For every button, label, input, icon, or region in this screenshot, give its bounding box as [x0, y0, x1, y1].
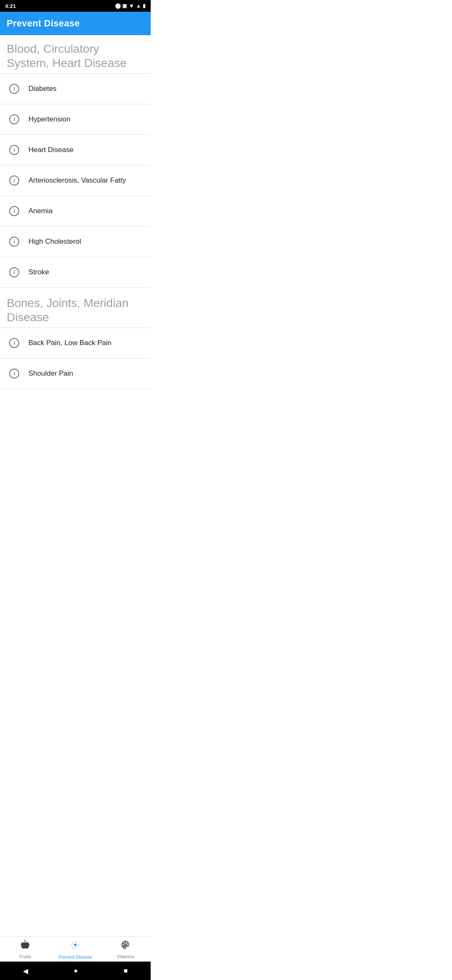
list-back-pain[interactable]: i Back Pain, Low Back Pain — [0, 328, 151, 358]
info-icon-arteriosclerosis: i — [7, 173, 22, 188]
info-icon-heart-disease: i — [7, 142, 22, 157]
app-title: Prevent Disease — [7, 18, 80, 29]
app-bar: Prevent Disease — [0, 12, 151, 35]
info-icon-diabetes: i — [7, 81, 22, 96]
info-icon-hypertension: i — [7, 112, 22, 127]
list-item-label-anemia: Anemia — [28, 207, 53, 215]
list-shoulder-pain[interactable]: i Shoulder Pain — [0, 358, 151, 389]
list-item-label-stroke: Stroke — [28, 268, 49, 276]
notification-icon: ⬤ — [115, 3, 121, 9]
list-item-label-hypertension: Hypertension — [28, 115, 70, 124]
list-anemia[interactable]: i Anemia — [0, 196, 151, 227]
list-hypertension[interactable]: i Hypertension — [0, 104, 151, 135]
list-item-label-shoulder-pain: Shoulder Pain — [28, 369, 73, 378]
status-icons: ⬤ ▣ ▼ ▲ ▮ — [115, 3, 146, 9]
status-bar: 4:21 ⬤ ▣ ▼ ▲ ▮ — [0, 0, 151, 12]
list-item-label-arteriosclerosis: Arteriosclerosis, Vascular Fatty — [28, 176, 126, 185]
info-icon-shoulder-pain: i — [7, 366, 22, 381]
list-item-label-heart-disease: Heart Disease — [28, 146, 74, 154]
info-icon-stroke: i — [7, 265, 22, 280]
section-header-bones: Bones, Joints, Meridian Disease — [0, 288, 151, 328]
list-heart-disease[interactable]: i Heart Disease — [0, 135, 151, 165]
list-item-label-high-cholesterol: High Cholesterol — [28, 237, 81, 246]
signal-icon: ▲ — [136, 3, 141, 9]
list-arteriosclerosis[interactable]: i Arteriosclerosis, Vascular Fatty — [0, 165, 151, 196]
list-stroke[interactable]: i Stroke — [0, 257, 151, 288]
info-icon-anemia: i — [7, 204, 22, 219]
list-item-label-diabetes: Diabetes — [28, 85, 56, 93]
list-item-label-back-pain: Back Pain, Low Back Pain — [28, 339, 111, 347]
clipboard-icon: ▣ — [122, 3, 127, 9]
nav-spacer — [0, 389, 151, 433]
info-icon-back-pain: i — [7, 335, 22, 351]
section-header-blood: Blood, Circulatory System, Heart Disease — [0, 35, 151, 73]
list-diabetes[interactable]: i Diabetes — [0, 74, 151, 104]
section-title-bones: Bones, Joints, Meridian Disease — [7, 296, 144, 324]
wifi-icon: ▼ — [128, 3, 134, 9]
list-high-cholesterol[interactable]: i High Cholesterol — [0, 227, 151, 257]
battery-icon: ▮ — [143, 3, 146, 9]
info-icon-high-cholesterol: i — [7, 234, 22, 249]
section-title-blood: Blood, Circulatory System, Heart Disease — [7, 42, 144, 70]
status-time: 4:21 — [5, 3, 16, 9]
